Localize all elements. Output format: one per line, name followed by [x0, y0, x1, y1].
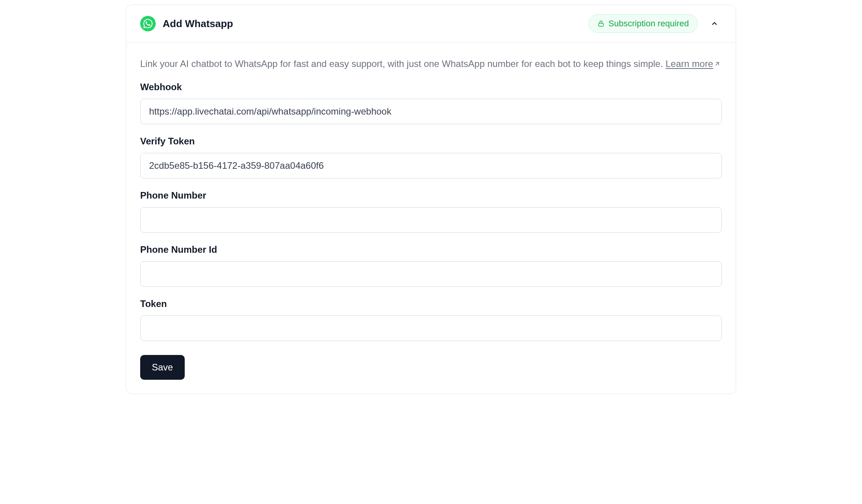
save-button[interactable]: Save — [140, 355, 185, 380]
webhook-input[interactable] — [140, 99, 722, 124]
token-input[interactable] — [140, 315, 722, 341]
phone-number-label: Phone Number — [140, 190, 722, 201]
lock-icon — [598, 20, 604, 27]
header-left: Add Whatsapp — [140, 16, 233, 31]
subscription-badge: Subscription required — [589, 14, 698, 33]
phone-number-id-group: Phone Number Id — [140, 244, 722, 287]
panel-header: Add Whatsapp Subscription required — [126, 5, 736, 43]
panel-title: Add Whatsapp — [163, 18, 233, 30]
subscription-badge-label: Subscription required — [608, 19, 689, 29]
verify-token-label: Verify Token — [140, 136, 722, 147]
token-group: Token — [140, 298, 722, 341]
svg-rect-0 — [599, 23, 603, 26]
header-right: Subscription required — [589, 14, 722, 33]
verify-token-group: Verify Token — [140, 136, 722, 178]
phone-number-id-input[interactable] — [140, 261, 722, 287]
description-text: Link your AI chatbot to WhatsApp for fas… — [140, 58, 666, 69]
external-link-icon — [714, 57, 721, 71]
svg-line-1 — [716, 62, 719, 65]
phone-number-group: Phone Number — [140, 190, 722, 233]
whatsapp-icon — [140, 16, 156, 31]
verify-token-input[interactable] — [140, 153, 722, 178]
token-label: Token — [140, 298, 722, 309]
learn-more-label: Learn more — [666, 58, 713, 69]
collapse-toggle-button[interactable] — [707, 16, 722, 31]
phone-number-input[interactable] — [140, 207, 722, 233]
chevron-up-icon — [710, 19, 719, 28]
webhook-group: Webhook — [140, 82, 722, 124]
panel-description: Link your AI chatbot to WhatsApp for fas… — [140, 57, 722, 71]
panel-body: Link your AI chatbot to WhatsApp for fas… — [126, 43, 736, 394]
phone-number-id-label: Phone Number Id — [140, 244, 722, 255]
whatsapp-integration-panel: Add Whatsapp Subscription required Link … — [126, 5, 736, 394]
webhook-label: Webhook — [140, 82, 722, 93]
learn-more-link[interactable]: Learn more — [666, 58, 721, 69]
